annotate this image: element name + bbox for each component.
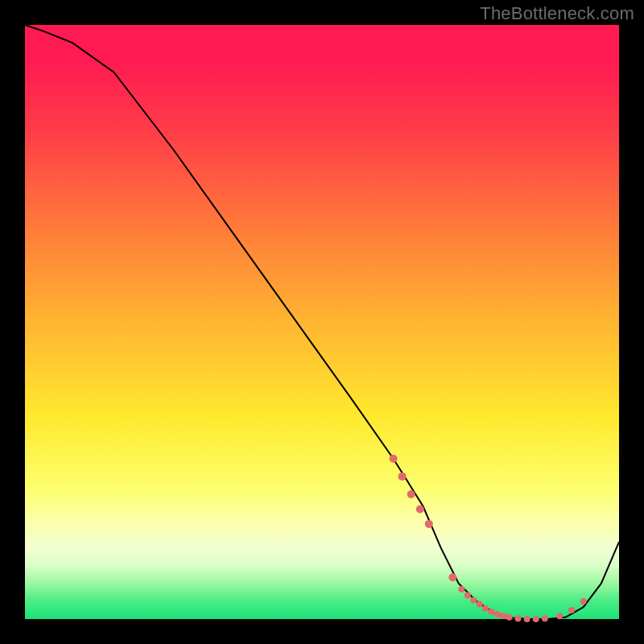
bottleneck-curve	[25, 25, 619, 619]
highlight-dot	[470, 597, 477, 603]
watermark-text: TheBottleneck.com	[480, 3, 634, 24]
highlight-dot	[515, 615, 522, 621]
highlight-dot	[500, 613, 506, 619]
highlight-dot	[390, 455, 398, 463]
highlight-dot	[556, 613, 563, 619]
highlight-dot	[482, 605, 489, 612]
highlight-dot	[506, 614, 513, 621]
highlight-dot	[425, 520, 433, 528]
highlight-dot	[477, 601, 483, 608]
highlight-dots	[390, 455, 587, 622]
highlight-dot	[568, 607, 575, 613]
plot-area	[25, 25, 619, 619]
highlight-dot	[458, 586, 464, 592]
highlight-dot	[580, 598, 587, 605]
highlight-dot	[407, 490, 415, 498]
highlight-dot	[488, 609, 494, 615]
highlight-dot	[398, 473, 407, 481]
highlight-dot	[448, 573, 456, 581]
chart-svg	[25, 25, 619, 619]
highlight-dot	[464, 592, 471, 599]
highlight-dot	[524, 616, 530, 622]
highlight-dot	[416, 506, 424, 514]
highlight-dot	[533, 616, 539, 622]
highlight-dot	[542, 615, 548, 621]
highlight-dot	[494, 611, 501, 617]
chart-frame: TheBottleneck.com	[0, 0, 644, 644]
